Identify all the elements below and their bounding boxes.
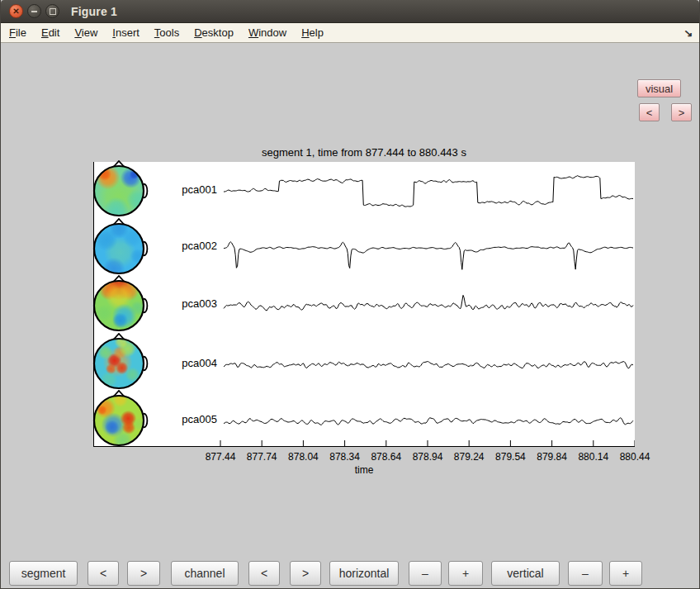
waveform-plot — [93, 162, 635, 447]
maximize-icon — [50, 8, 56, 15]
x-tick-label: 878.34 — [329, 451, 360, 463]
menu-desktop[interactable]: Desktop — [189, 25, 239, 40]
horizontal-plus-button[interactable]: + — [448, 561, 483, 586]
x-tick-label: 879.24 — [454, 451, 485, 463]
menu-help[interactable]: Help — [296, 25, 329, 40]
control-button-row: segment<>channel<>horizontal–+vertical–+ — [1, 561, 699, 586]
menu-edit[interactable]: Edit — [36, 25, 64, 40]
menubar: FileEditViewInsertToolsDesktopWindowHelp… — [1, 23, 699, 43]
maximize-button[interactable] — [45, 4, 59, 18]
menu-window[interactable]: Window — [244, 25, 291, 40]
dock-figure-icon[interactable]: ↘ — [683, 27, 693, 39]
plot-title: segment 1, time from 877.444 to 880.443 … — [93, 146, 635, 159]
figure-canvas: visual < > segment 1, time from 877.444 … — [1, 43, 699, 587]
waveform-pca003 — [224, 295, 633, 311]
vertical-plus-button[interactable]: + — [609, 561, 642, 586]
x-tick-label: 878.94 — [413, 451, 443, 463]
x-tick-label: 877.44 — [206, 451, 236, 463]
close-icon: ✕ — [12, 7, 19, 16]
vertical-button[interactable]: vertical — [491, 561, 560, 586]
x-tick-label: 879.84 — [537, 451, 567, 463]
minimize-button[interactable] — [27, 4, 41, 18]
menu-view[interactable]: View — [69, 25, 102, 40]
horizontal-button[interactable]: horizontal — [329, 561, 399, 586]
x-axis-label: time — [93, 464, 635, 476]
x-tick-label: 880.44 — [620, 451, 650, 463]
segment-prev-button[interactable]: < — [88, 561, 119, 586]
minimize-icon — [31, 11, 37, 12]
channel-button[interactable]: channel — [171, 561, 239, 586]
channel-label-pca003: pca003 — [176, 297, 217, 310]
channel-label-pca005: pca005 — [176, 413, 217, 425]
x-tick-label: 877.74 — [247, 451, 277, 463]
x-tick-label: 879.54 — [495, 451, 526, 463]
channel-label-pca002: pca002 — [176, 240, 217, 252]
visual-button[interactable]: visual — [637, 79, 681, 97]
channel-next-button[interactable]: > — [290, 561, 321, 586]
x-axis-tick-labels: 877.44877.74878.04878.34878.64878.94879.… — [1, 451, 699, 463]
channel-prev-button[interactable]: < — [248, 561, 280, 586]
x-tick-label: 878.04 — [288, 451, 319, 463]
channel-label-pca004: pca004 — [176, 357, 217, 369]
waveform-pca005 — [224, 418, 633, 425]
waveform-pca002 — [224, 242, 633, 270]
menu-insert[interactable]: Insert — [107, 25, 144, 40]
topoplot-pca004 — [88, 333, 149, 394]
topoplot-pca005 — [88, 390, 149, 451]
menu-file[interactable]: File — [4, 25, 31, 40]
waveform-pca001 — [224, 176, 633, 207]
segment-back-button-top[interactable]: < — [639, 103, 660, 121]
segment-forward-button-top[interactable]: > — [671, 103, 692, 121]
horizontal-minus-button[interactable]: – — [409, 561, 442, 586]
close-button[interactable]: ✕ — [9, 4, 23, 18]
vertical-minus-button[interactable]: – — [568, 561, 603, 586]
x-tick-label: 878.64 — [371, 451, 401, 463]
menu-tools[interactable]: Tools — [149, 25, 184, 40]
titlebar[interactable]: ✕ Figure 1 — [1, 0, 699, 23]
figure-window: ✕ Figure 1 FileEditViewInsertToolsDeskto… — [0, 0, 700, 589]
topoplot-pca003 — [88, 275, 149, 336]
topoplot-pca002 — [88, 218, 149, 279]
topoplot-pca001 — [88, 160, 149, 221]
channel-label-pca001: pca001 — [176, 183, 217, 196]
plot-axes[interactable]: pca001pca002pca003pca004pca005 — [93, 162, 635, 447]
segment-button[interactable]: segment — [9, 561, 78, 586]
x-tick-label: 880.14 — [578, 451, 608, 463]
waveform-pca004 — [224, 362, 633, 368]
window-title: Figure 1 — [71, 5, 117, 18]
segment-next-button[interactable]: > — [127, 561, 160, 586]
